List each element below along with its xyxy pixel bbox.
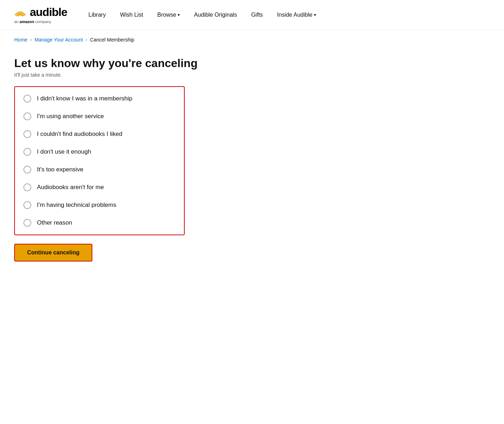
radio-opt5[interactable] <box>23 166 31 174</box>
radio-item-3[interactable]: I couldn't find audiobooks I liked <box>21 125 178 143</box>
radio-opt7[interactable] <box>23 201 31 209</box>
logo-text: audible <box>14 6 67 19</box>
radio-opt4[interactable] <box>23 148 31 156</box>
breadcrumb-manage-account[interactable]: Manage Your Account <box>34 37 83 43</box>
breadcrumb-home[interactable]: Home <box>14 37 27 43</box>
radio-opt2[interactable] <box>23 112 31 120</box>
radio-item-1[interactable]: I didn't know I was in a membership <box>21 90 178 108</box>
radio-item-6[interactable]: Audiobooks aren't for me <box>21 178 178 196</box>
radio-label-opt8[interactable]: Other reason <box>37 219 72 226</box>
nav-inside-audible[interactable]: Inside Audible ▾ <box>277 12 316 18</box>
logo-tagline: an amazon company <box>14 20 67 24</box>
continue-canceling-button[interactable]: Continue canceling <box>14 244 92 261</box>
audible-waves-icon <box>14 9 26 16</box>
radio-item-4[interactable]: I don't use it enough <box>21 143 178 161</box>
radio-label-opt2[interactable]: I'm using another service <box>37 113 104 120</box>
page-title: Let us know why you're canceling <box>14 57 490 70</box>
nav-gifts[interactable]: Gifts <box>251 12 263 18</box>
nav-browse[interactable]: Browse ▾ <box>157 12 180 18</box>
logo: audible an amazon company <box>14 6 67 24</box>
radio-label-opt3[interactable]: I couldn't find audiobooks I liked <box>37 131 122 138</box>
radio-item-2[interactable]: I'm using another service <box>21 108 178 125</box>
radio-item-5[interactable]: It's too expensive <box>21 161 178 178</box>
nav-library[interactable]: Library <box>88 12 106 18</box>
breadcrumb-separator-1: › <box>30 37 32 42</box>
main-nav: Library Wish List Browse ▾ Audible Origi… <box>88 12 316 18</box>
radio-label-opt5[interactable]: It's too expensive <box>37 166 83 173</box>
breadcrumb-separator-2: › <box>86 37 87 42</box>
radio-item-7[interactable]: I'm having technical problems <box>21 196 178 214</box>
page-subtitle: It'll just take a minute. <box>14 72 490 78</box>
cancellation-reasons: I didn't know I was in a membershipI'm u… <box>14 86 185 235</box>
radio-label-opt4[interactable]: I don't use it enough <box>37 148 91 155</box>
radio-opt8[interactable] <box>23 219 31 227</box>
radio-label-opt1[interactable]: I didn't know I was in a membership <box>37 95 132 102</box>
radio-opt1[interactable] <box>23 95 31 103</box>
inside-audible-dropdown-icon: ▾ <box>314 12 316 17</box>
nav-originals[interactable]: Audible Originals <box>194 12 237 18</box>
radio-opt3[interactable] <box>23 130 31 138</box>
breadcrumb-cancel-membership: Cancel Membership <box>90 37 135 43</box>
radio-label-opt7[interactable]: I'm having technical problems <box>37 202 116 209</box>
logo-name: audible <box>30 6 67 19</box>
radio-label-opt6[interactable]: Audiobooks aren't for me <box>37 184 104 191</box>
browse-dropdown-icon: ▾ <box>178 12 180 17</box>
radio-item-8[interactable]: Other reason <box>21 214 178 232</box>
breadcrumb: Home › Manage Your Account › Cancel Memb… <box>0 30 504 50</box>
header: audible an amazon company Library Wish L… <box>0 0 504 30</box>
radio-opt6[interactable] <box>23 183 31 191</box>
nav-wishlist[interactable]: Wish List <box>120 12 143 18</box>
main-content: Let us know why you're canceling It'll j… <box>0 50 504 283</box>
